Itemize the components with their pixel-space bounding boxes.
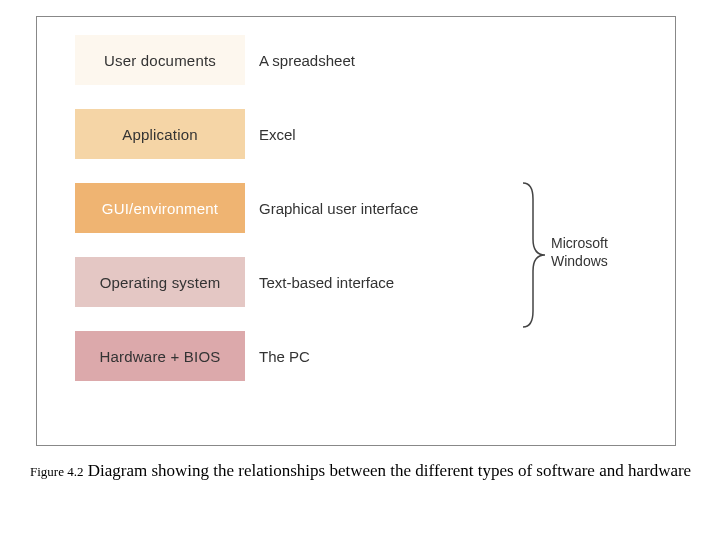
layer-example: A spreadsheet: [259, 52, 355, 69]
brace-label-line: Microsoft: [551, 235, 608, 251]
layer-row: GUI/environment Graphical user interface: [75, 183, 657, 233]
brace-label: Microsoft Windows: [551, 235, 608, 270]
diagram-frame: User documents A spreadsheet Application…: [36, 16, 676, 446]
layer-row: User documents A spreadsheet: [75, 35, 657, 85]
layer-hardware-bios: Hardware + BIOS: [75, 331, 245, 381]
layer-row: Hardware + BIOS The PC: [75, 331, 657, 381]
layer-example: The PC: [259, 348, 310, 365]
layer-gui-environment: GUI/environment: [75, 183, 245, 233]
layer-example: Text-based interface: [259, 274, 394, 291]
curly-brace-icon: [517, 181, 547, 329]
layer-rows: User documents A spreadsheet Application…: [75, 35, 657, 381]
layer-row: Application Excel: [75, 109, 657, 159]
figure-number: Figure 4.2: [30, 464, 83, 479]
layer-user-documents: User documents: [75, 35, 245, 85]
layer-application: Application: [75, 109, 245, 159]
layer-example: Excel: [259, 126, 296, 143]
brace-label-line: Windows: [551, 253, 608, 269]
layer-operating-system: Operating system: [75, 257, 245, 307]
caption-text: Diagram showing the relationships betwee…: [88, 461, 691, 480]
layer-example: Graphical user interface: [259, 200, 418, 217]
figure-caption: Figure 4.2 Diagram showing the relations…: [30, 460, 696, 483]
